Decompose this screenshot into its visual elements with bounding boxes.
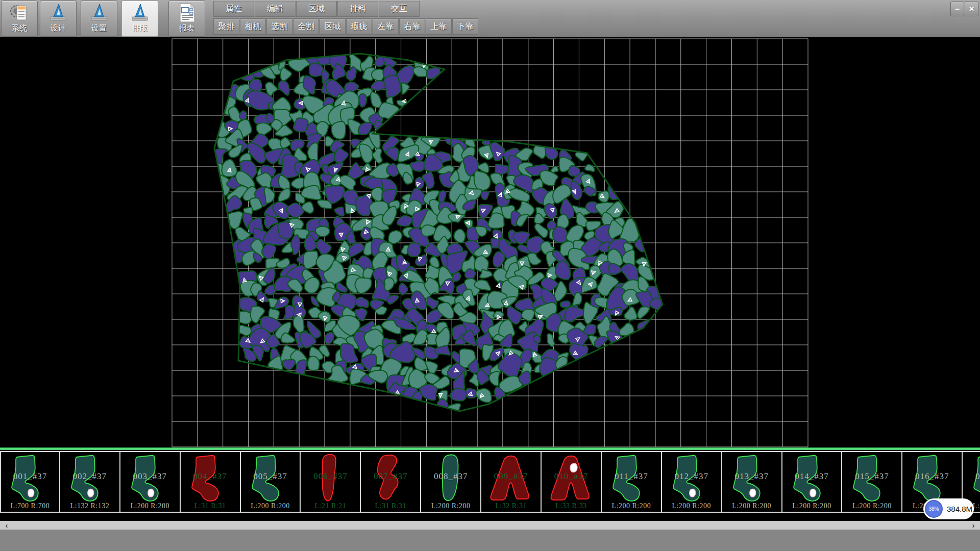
piece-id: 011_#37 <box>602 471 661 482</box>
piece-id: 007_#37 <box>361 471 420 482</box>
status-bar <box>0 530 980 551</box>
piece-lr-count: L:200 R:200 <box>662 502 721 510</box>
piece-lr-count: L:200 R:200 <box>722 502 781 510</box>
memory-value: 384.8M <box>947 498 972 519</box>
piece-id: 017_#37 <box>963 471 980 482</box>
piece-thumbnail[interactable]: 009_#37L:32 R:31 <box>481 451 542 513</box>
piece-lr-count: L:21 R:21 <box>301 502 360 510</box>
piece-thumbnail[interactable]: 007_#37L:31 R:31 <box>361 451 421 513</box>
menu-item[interactable]: 编辑 <box>255 1 296 17</box>
tool-item[interactable]: 全割 <box>293 18 319 35</box>
piece-id: 014_#37 <box>782 471 842 482</box>
nesting-canvas[interactable] <box>0 37 980 447</box>
piece-lr-count: L:32 R:31 <box>481 502 541 510</box>
piece-lr-count: L:200 R:200 <box>241 502 300 510</box>
main-button-report[interactable]: 报表 <box>168 1 205 37</box>
piece-id: 005_#37 <box>241 471 300 482</box>
tool-item[interactable]: 选割 <box>266 18 292 35</box>
close-button[interactable]: × <box>965 2 978 16</box>
minimize-button[interactable]: – <box>950 2 964 16</box>
tool-item[interactable]: 左靠 <box>373 18 399 35</box>
piece-thumbnail[interactable]: 001_#37L:700 R:700 <box>0 451 60 513</box>
piece-id: 001_#37 <box>1 471 59 482</box>
piece-thumbnail[interactable]: 005_#37L:200 R:200 <box>241 451 301 513</box>
progress-circle: 38% <box>925 500 943 518</box>
piece-filmstrip: 001_#37L:700 R:700002_#37L:132 R:132003_… <box>0 447 980 514</box>
piece-thumbnail[interactable]: 006_#37L:21 R:21 <box>301 451 361 513</box>
app-window: 系统设计设置排版报表 属性编辑区域排料交互 聚排相机选割全割区域瑕疵左靠右靠上靠… <box>0 0 980 551</box>
piece-thumbnail[interactable]: 011_#37L:200 R:200 <box>602 451 662 513</box>
piece-thumbnail[interactable]: 004_#37L:31 R:31 <box>181 451 241 513</box>
set-square-icon <box>88 3 110 23</box>
piece-lr-count: L:33 R:33 <box>542 502 601 510</box>
piece-lr-count: L:200 R:200 <box>782 502 842 510</box>
main-button-design[interactable]: 设计 <box>40 1 77 37</box>
main-button-label: 设计 <box>51 23 66 33</box>
piece-lr-count: L:200 R:200 <box>842 502 901 510</box>
main-button-settings[interactable]: 设置 <box>81 1 117 37</box>
main-button-system[interactable]: 系统 <box>1 1 38 37</box>
gear-panel-icon <box>9 3 30 23</box>
piece-thumbnail[interactable]: 002_#37L:132 R:132 <box>60 451 120 513</box>
piece-lr-count: L:200 R:200 <box>120 502 180 510</box>
report-doc-icon <box>176 3 198 23</box>
tool-item[interactable]: 上靠 <box>426 18 452 35</box>
main-button-layout[interactable]: 排版 <box>121 1 158 37</box>
piece-id: 006_#37 <box>301 471 360 482</box>
main-button-label: 报表 <box>179 23 194 33</box>
scroll-right-icon[interactable]: › <box>967 521 980 530</box>
piece-thumbnail[interactable]: 003_#37L:200 R:200 <box>120 451 181 513</box>
piece-id: 004_#37 <box>181 471 240 482</box>
menu-row-2: 聚排相机选割全割区域瑕疵左靠右靠上靠下靠 <box>213 18 479 35</box>
tool-item[interactable]: 下靠 <box>452 18 478 35</box>
piece-id: 003_#37 <box>120 471 180 482</box>
main-button-label: 设置 <box>91 23 107 33</box>
piece-thumbnail[interactable]: 014_#37L:200 R:200 <box>782 451 843 513</box>
piece-thumbnail[interactable]: 010_#37L:33 R:33 <box>542 451 602 513</box>
horizontal-scrollbar[interactable]: ‹ › <box>0 521 980 530</box>
menu-item[interactable]: 排料 <box>337 1 378 17</box>
menu-item[interactable]: 属性 <box>213 1 254 17</box>
set-square-icon <box>47 3 69 23</box>
filmstrip-cells: 001_#37L:700 R:700002_#37L:132 R:132003_… <box>0 451 980 513</box>
nesting-canvas-svg <box>0 37 980 447</box>
piece-id: 015_#37 <box>842 471 901 482</box>
piece-thumbnail[interactable]: 013_#37L:200 R:200 <box>722 451 782 513</box>
piece-lr-count: L:200 R:200 <box>421 502 480 510</box>
piece-id: 008_#37 <box>421 471 480 482</box>
main-button-label: 系统 <box>12 23 27 33</box>
set-square-icon <box>129 3 151 23</box>
tool-item[interactable]: 区域 <box>320 18 346 35</box>
scroll-left-icon[interactable]: ‹ <box>0 521 13 530</box>
tool-item[interactable]: 右靠 <box>399 18 425 35</box>
piece-thumbnail[interactable]: 015_#37L:200 R:200 <box>842 451 902 513</box>
menu-item[interactable]: 交互 <box>379 1 420 17</box>
piece-lr-count: L:132 R:132 <box>60 502 119 510</box>
piece-id: 016_#37 <box>902 471 962 482</box>
main-button-label: 排版 <box>132 23 148 33</box>
piece-lr-count: L:31 R:31 <box>361 502 420 510</box>
filmstrip-accent-line <box>0 447 980 450</box>
piece-thumbnail[interactable]: 012_#37L:200 R:200 <box>662 451 722 513</box>
piece-lr-count: L:31 R:31 <box>181 502 240 510</box>
piece-thumbnail[interactable]: 008_#37L:200 R:200 <box>421 451 481 513</box>
piece-lr-count: L:700 R:700 <box>1 502 59 510</box>
piece-id: 013_#37 <box>722 471 781 482</box>
toolbar: 系统设计设置排版报表 属性编辑区域排料交互 聚排相机选割全割区域瑕疵左靠右靠上靠… <box>0 0 980 37</box>
menu-item[interactable]: 区域 <box>296 1 337 17</box>
piece-id: 009_#37 <box>481 471 541 482</box>
tool-item[interactable]: 聚排 <box>213 18 239 35</box>
piece-id: 012_#37 <box>662 471 721 482</box>
piece-id: 010_#37 <box>542 471 601 482</box>
memory-badge: 38% 384.8M <box>923 498 974 519</box>
piece-id: 002_#37 <box>60 471 119 482</box>
piece-lr-count: L:200 R:200 <box>602 502 661 510</box>
menu-row-1: 属性编辑区域排料交互 <box>213 1 420 17</box>
tool-item[interactable]: 瑕疵 <box>346 18 372 35</box>
tool-item[interactable]: 相机 <box>240 18 266 35</box>
